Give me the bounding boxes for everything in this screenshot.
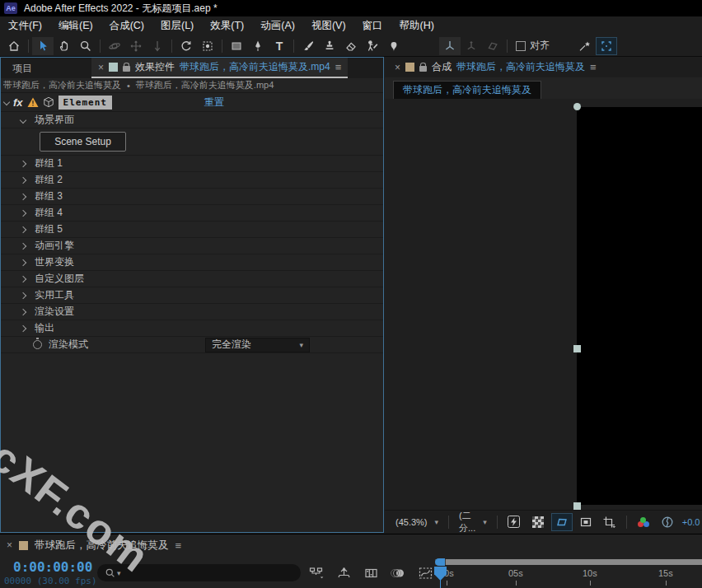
- effect-property-row[interactable]: 群组 2: [1, 172, 383, 189]
- motion-path-icon[interactable]: [574, 37, 596, 55]
- layer-search-input[interactable]: ▾: [97, 564, 301, 581]
- close-icon[interactable]: ×: [7, 539, 12, 551]
- effect-property-row[interactable]: 群组 4: [1, 205, 383, 222]
- chevron-right-icon[interactable]: [20, 308, 26, 315]
- layer-handle-bottom[interactable]: [573, 502, 581, 510]
- chevron-right-icon[interactable]: [20, 242, 26, 249]
- draft-3d-icon[interactable]: [333, 564, 354, 582]
- stopwatch-icon[interactable]: [33, 340, 42, 349]
- render-mode-dropdown[interactable]: 完全渲染▾: [205, 338, 310, 352]
- effect-name[interactable]: Element: [58, 96, 112, 110]
- rotation-icon[interactable]: [176, 37, 197, 55]
- chevron-right-icon[interactable]: [20, 226, 26, 232]
- magnification-dropdown[interactable]: (45.3%) ▾: [391, 515, 442, 530]
- composition-flowchart-icon[interactable]: [306, 564, 327, 582]
- menu-item[interactable]: 合成(C): [101, 17, 152, 35]
- menu-item[interactable]: 图层(L): [152, 17, 202, 35]
- dolly-camera-icon[interactable]: [147, 37, 168, 55]
- orbit-camera-icon[interactable]: [104, 37, 125, 55]
- rectangle-icon[interactable]: [226, 37, 247, 55]
- composition-tabbar[interactable]: × 合成 带球跑后，高冷前夫追悔莫及 ≡: [385, 57, 702, 77]
- eraser-icon[interactable]: [340, 37, 362, 55]
- roto-brush-icon[interactable]: [362, 37, 383, 55]
- selection-icon[interactable]: [32, 37, 54, 55]
- chevron-right-icon[interactable]: [20, 160, 26, 166]
- motion-blur-icon[interactable]: [387, 564, 409, 582]
- pan-camera-icon[interactable]: [125, 37, 147, 55]
- effect-property-row[interactable]: 动画引擎: [1, 238, 383, 254]
- timeline-navigator-start[interactable]: [435, 558, 445, 566]
- scene-setup-button[interactable]: Scene Setup: [40, 132, 126, 152]
- effect-property-row[interactable]: 输出: [1, 320, 383, 337]
- chevron-right-icon[interactable]: [20, 209, 26, 216]
- crop-icon[interactable]: [599, 513, 620, 531]
- region-of-interest-icon[interactable]: [551, 513, 573, 531]
- timeline-tabbar[interactable]: × 带球跑后，高冷前夫追悔莫及 ≡: [0, 534, 702, 556]
- layer-handle-middle[interactable]: [573, 345, 581, 352]
- composition-view-tab[interactable]: 带球跑后，高冷前夫追悔莫及: [393, 81, 541, 100]
- chevron-right-icon[interactable]: [20, 259, 26, 265]
- tab-project[interactable]: 项目: [1, 58, 44, 78]
- transparency-grid-icon[interactable]: [527, 513, 549, 531]
- pen-icon[interactable]: [247, 37, 269, 55]
- effect-property-row[interactable]: 场景界面: [1, 112, 383, 128]
- fx-badge[interactable]: fx: [13, 96, 23, 109]
- fast-preview-icon[interactable]: [503, 513, 525, 531]
- effect-property-row[interactable]: 自定义图层: [1, 271, 383, 287]
- chevron-down-icon[interactable]: [3, 99, 10, 105]
- chevron-right-icon[interactable]: [20, 275, 26, 282]
- composition-viewer[interactable]: [385, 99, 702, 510]
- effect-header-row[interactable]: fx Element 重置: [1, 93, 383, 112]
- panel-menu-icon[interactable]: ≡: [590, 61, 597, 73]
- close-icon[interactable]: ×: [98, 62, 104, 73]
- effect-property-row[interactable]: 渲染设置: [1, 304, 383, 320]
- exposure-icon[interactable]: [657, 513, 678, 531]
- resolution-dropdown[interactable]: (二分... ▾: [455, 507, 491, 537]
- breadcrumb-comp[interactable]: 带球跑后，高冷前夫追悔莫及: [3, 79, 121, 91]
- work-area-bar[interactable]: [446, 559, 702, 565]
- zoom-icon[interactable]: [75, 37, 96, 55]
- type-icon[interactable]: T: [269, 37, 290, 55]
- region-capture-icon[interactable]: [596, 37, 617, 55]
- effect-property-row[interactable]: 世界变换: [1, 254, 383, 271]
- effect-reset-link[interactable]: 重置: [204, 96, 224, 110]
- time-ruler[interactable]: 00s05s10s15s: [435, 558, 702, 588]
- pan-behind-icon[interactable]: [197, 37, 218, 55]
- layer-handle-top[interactable]: [573, 103, 581, 110]
- color-management-icon[interactable]: [633, 513, 654, 531]
- menu-item[interactable]: 效果(T): [202, 17, 252, 35]
- chevron-right-icon[interactable]: [20, 324, 26, 331]
- brush-icon[interactable]: [297, 37, 319, 55]
- menu-item[interactable]: 文件(F): [0, 17, 50, 35]
- hand-icon[interactable]: [54, 37, 75, 55]
- chevron-right-icon[interactable]: [20, 176, 26, 183]
- world-axis-icon[interactable]: [461, 37, 482, 55]
- chevron-down-icon[interactable]: [20, 116, 26, 123]
- clone-stamp-icon[interactable]: [319, 37, 340, 55]
- effect-property-row[interactable]: 群组 1: [1, 156, 383, 172]
- frame-blend-icon[interactable]: [360, 564, 381, 582]
- chevron-right-icon[interactable]: [20, 193, 26, 199]
- menu-item[interactable]: 帮助(H): [391, 17, 442, 35]
- effect-property-row[interactable]: 群组 3: [1, 189, 383, 205]
- home-icon[interactable]: [3, 37, 25, 55]
- chevron-right-icon[interactable]: [20, 292, 26, 298]
- mask-visibility-icon[interactable]: [575, 513, 597, 531]
- effect-property-row[interactable]: 实用工具: [1, 287, 383, 304]
- menu-item[interactable]: 编辑(E): [50, 17, 101, 35]
- video-frame[interactable]: [577, 107, 702, 505]
- snap-checkbox[interactable]: [516, 41, 526, 51]
- tab-effect-controls[interactable]: × 效果控件 带球跑后，高冷前夫追悔莫及.mp4 ≡: [91, 58, 348, 78]
- menu-item[interactable]: 窗口: [354, 17, 391, 35]
- exposure-value[interactable]: +0.0: [682, 517, 700, 527]
- graph-editor-icon[interactable]: [414, 564, 436, 582]
- local-axis-icon[interactable]: [439, 37, 461, 55]
- effect-property-row[interactable]: 渲染模式完全渲染▾: [1, 337, 383, 353]
- effect-property-row[interactable]: 群组 5: [1, 222, 383, 238]
- current-timecode[interactable]: 0:00:00:00: [13, 559, 92, 575]
- puppet-pin-icon[interactable]: [383, 37, 405, 55]
- menu-item[interactable]: 视图(V): [303, 17, 354, 35]
- close-icon[interactable]: ×: [395, 62, 400, 73]
- view-axis-icon[interactable]: [482, 37, 503, 55]
- panel-menu-icon[interactable]: ≡: [335, 61, 342, 73]
